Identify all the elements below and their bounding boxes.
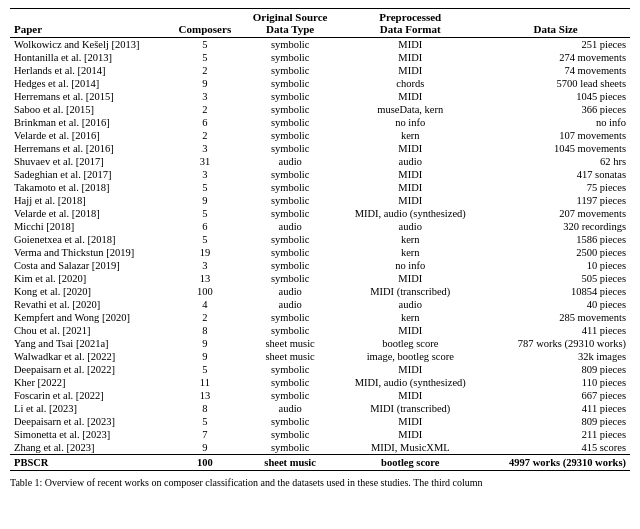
cell-source: symbolic [241, 363, 339, 376]
cell-format: MIDI [339, 142, 481, 155]
table-row: Yang and Tsai [2021a]9sheet musicbootleg… [10, 337, 630, 350]
cell-source: symbolic [241, 129, 339, 142]
table-row: Goienetxea et al. [2018]5symbolickern158… [10, 233, 630, 246]
cell-format: MIDI, audio (synthesized) [339, 207, 481, 220]
cell-size: 62 hrs [481, 155, 630, 168]
cell-source: symbolic [241, 324, 339, 337]
cell-source: symbolic [241, 103, 339, 116]
table-caption: Table 1: Overview of recent works on com… [10, 477, 630, 488]
cell-composers: 6 [169, 220, 241, 233]
cell-paper: Foscarin et al. [2022] [10, 389, 169, 402]
cell-size: 107 movements [481, 129, 630, 142]
cell-paper: Sadeghian et al. [2017] [10, 168, 169, 181]
cell-composers: 9 [169, 77, 241, 90]
table-row: Costa and Salazar [2019]3symbolicno info… [10, 259, 630, 272]
table-row: Deepaisarn et al. [2023]5symbolicMIDI809… [10, 415, 630, 428]
cell-composers: 5 [169, 207, 241, 220]
cell-paper: Verma and Thickstun [2019] [10, 246, 169, 259]
table-row: Herlands et al. [2014]2symbolicMIDI74 mo… [10, 64, 630, 77]
table-row: Velarde et al. [2016]2symbolickern107 mo… [10, 129, 630, 142]
footer-source: sheet music [241, 455, 339, 471]
table-row: Herremans et al. [2016]3symbolicMIDI1045… [10, 142, 630, 155]
cell-size: 366 pieces [481, 103, 630, 116]
cell-composers: 5 [169, 181, 241, 194]
cell-source: symbolic [241, 389, 339, 402]
table-row: Takamoto et al. [2018]5symbolicMIDI75 pi… [10, 181, 630, 194]
cell-format: MIDI [339, 194, 481, 207]
cell-paper: Revathi et al. [2020] [10, 298, 169, 311]
cell-source: audio [241, 155, 339, 168]
table-row: Li et al. [2023]8audioMIDI (transcribed)… [10, 402, 630, 415]
cell-size: 320 recordings [481, 220, 630, 233]
cell-paper: Brinkman et al. [2016] [10, 116, 169, 129]
cell-paper: Hedges et al. [2014] [10, 77, 169, 90]
cell-format: MIDI [339, 90, 481, 103]
cell-paper: Wolkowicz and Kešelj [2013] [10, 38, 169, 52]
cell-paper: Shuvaev et al. [2017] [10, 155, 169, 168]
cell-composers: 2 [169, 103, 241, 116]
cell-paper: Chou et al. [2021] [10, 324, 169, 337]
table-row: Kong et al. [2020]100audioMIDI (transcri… [10, 285, 630, 298]
cell-paper: Takamoto et al. [2018] [10, 181, 169, 194]
cell-size: 809 pieces [481, 415, 630, 428]
cell-format: audio [339, 220, 481, 233]
cell-paper: Hontanilla et al. [2013] [10, 51, 169, 64]
cell-paper: Kher [2022] [10, 376, 169, 389]
cell-source: audio [241, 285, 339, 298]
cell-size: 411 pieces [481, 324, 630, 337]
cell-composers: 5 [169, 363, 241, 376]
cell-source: symbolic [241, 77, 339, 90]
cell-paper: Herlands et al. [2014] [10, 64, 169, 77]
cell-paper: Herremans et al. [2015] [10, 90, 169, 103]
table-row: Revathi et al. [2020]4audioaudio40 piece… [10, 298, 630, 311]
cell-composers: 8 [169, 324, 241, 337]
cell-size: no info [481, 116, 630, 129]
cell-format: MIDI (transcribed) [339, 285, 481, 298]
cell-composers: 9 [169, 350, 241, 363]
cell-size: 1197 pieces [481, 194, 630, 207]
cell-paper: Hajj et al. [2018] [10, 194, 169, 207]
cell-source: symbolic [241, 168, 339, 181]
cell-composers: 11 [169, 376, 241, 389]
cell-composers: 8 [169, 402, 241, 415]
cell-size: 667 pieces [481, 389, 630, 402]
cell-format: kern [339, 233, 481, 246]
cell-format: MIDI [339, 38, 481, 52]
cell-paper: Yang and Tsai [2021a] [10, 337, 169, 350]
cell-source: symbolic [241, 233, 339, 246]
cell-size: 1586 pieces [481, 233, 630, 246]
cell-paper: Micchi [2018] [10, 220, 169, 233]
cell-paper: Walwadkar et al. [2022] [10, 350, 169, 363]
table-row: Walwadkar et al. [2022]9sheet musicimage… [10, 350, 630, 363]
cell-source: symbolic [241, 90, 339, 103]
cell-source: symbolic [241, 415, 339, 428]
cell-format: MIDI [339, 64, 481, 77]
cell-paper: Velarde et al. [2018] [10, 207, 169, 220]
cell-source: audio [241, 220, 339, 233]
cell-size: 417 sonatas [481, 168, 630, 181]
cell-format: audio [339, 155, 481, 168]
cell-size: 1045 pieces [481, 90, 630, 103]
cell-size: 5700 lead sheets [481, 77, 630, 90]
cell-source: symbolic [241, 51, 339, 64]
cell-composers: 5 [169, 233, 241, 246]
table-row: Hedges et al. [2014]9symbolicchords5700 … [10, 77, 630, 90]
cell-composers: 7 [169, 428, 241, 441]
cell-size: 1045 movements [481, 142, 630, 155]
table-row: Verma and Thickstun [2019]19symbolickern… [10, 246, 630, 259]
cell-format: MIDI [339, 415, 481, 428]
cell-composers: 9 [169, 194, 241, 207]
cell-format: no info [339, 116, 481, 129]
cell-size: 2500 pieces [481, 246, 630, 259]
header-source: Original SourceData Type [241, 9, 339, 38]
cell-format: MIDI [339, 324, 481, 337]
cell-composers: 5 [169, 51, 241, 64]
cell-size: 274 movements [481, 51, 630, 64]
cell-composers: 3 [169, 259, 241, 272]
table-row: Herremans et al. [2015]3symbolicMIDI1045… [10, 90, 630, 103]
cell-size: 415 scores [481, 441, 630, 455]
cell-format: image, bootleg score [339, 350, 481, 363]
cell-composers: 3 [169, 90, 241, 103]
cell-paper: Kong et al. [2020] [10, 285, 169, 298]
cell-paper: Deepaisarn et al. [2022] [10, 363, 169, 376]
